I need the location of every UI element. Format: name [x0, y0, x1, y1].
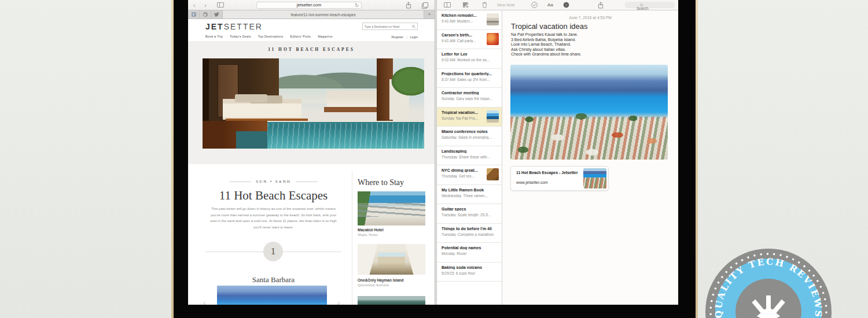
note-row-preview: Na Pali Pro... [456, 116, 478, 120]
folders-icon[interactable] [444, 2, 451, 8]
logo-bold: JET [205, 22, 224, 31]
carousel-next-button[interactable]: › [337, 298, 340, 305]
note-list-item[interactable]: NYC dining great... ThursdayGet res... [437, 165, 502, 185]
jetsetter-logo[interactable]: JETSETTER [205, 22, 263, 31]
hotel-photo-hayman[interactable] [358, 244, 425, 275]
forward-button[interactable]: › [204, 1, 207, 10]
trash-icon[interactable] [482, 2, 487, 8]
notes-search-field[interactable] [625, 2, 675, 8]
note-row-preview: Scale length: 25.5... [458, 213, 491, 217]
note-row-time: Saturday [442, 135, 457, 139]
note-row-title: Potential dog names [442, 246, 498, 250]
note-row-time: Thursday [442, 174, 457, 178]
active-tab[interactable]: feature/11-hot-summer-beach-escapes [223, 10, 424, 19]
santa-barbara-photo [217, 286, 327, 305]
ipad-gold-edge-right [696, 0, 698, 318]
note-row-title: Letter for Lee [442, 52, 498, 56]
note-row-title: Landscaping [442, 149, 498, 153]
tab-facebook[interactable]: f [188, 10, 200, 19]
note-row-time: Sunday [442, 116, 454, 120]
tab-twitter[interactable] [211, 10, 223, 19]
note-row-sub: 9:02 AMWorked on the sa... [442, 58, 498, 62]
pinterest-icon: p [203, 12, 208, 17]
ipad-screen: ‹ › jetsetter.com ↻ f p feature/11-hot- [188, 0, 678, 305]
note-list-item[interactable]: Guitar specs TuesdayScale length: 25.5..… [437, 204, 502, 224]
note-row-preview: Sales in emerging... [458, 135, 491, 139]
note-row-sub: ThursdayShare these with... [442, 155, 498, 159]
sidebar-icon[interactable] [217, 2, 224, 8]
carousel-prev-button[interactable]: ‹ [203, 298, 205, 305]
note-row-sub: 8:37 AMSales up 3% from... [442, 77, 498, 82]
link-attachment-card[interactable]: 11 Hot Beach Escapes - Jetsetter www.jet… [510, 166, 609, 191]
link-card-thumbnail [583, 168, 606, 188]
hero-layer [267, 123, 424, 149]
back-button[interactable]: ‹ [193, 1, 196, 10]
hotel-location: Mugla, Turkey [358, 233, 378, 236]
hero-layer [327, 91, 382, 108]
register-link[interactable]: Register [392, 35, 403, 39]
camera-icon[interactable] [563, 2, 569, 8]
notes-pane: New Note Aa Kitchen remodel... 9: [437, 0, 678, 305]
reload-icon[interactable]: ↻ [355, 2, 359, 9]
nav-item[interactable]: Editors' Picks [290, 35, 311, 38]
address-bar[interactable]: jetsetter.com ↻ [256, 2, 362, 9]
note-list-item[interactable]: Tropical vacation... SundayNa Pali Pro..… [437, 108, 502, 127]
safari-toolbar: ‹ › jetsetter.com ↻ [188, 0, 435, 10]
nav-item[interactable]: Today's Deals [230, 35, 251, 38]
note-row-time: 9:02 AM [442, 58, 455, 62]
note-title[interactable]: Tropical vacation ideas [511, 22, 587, 31]
hero-layer [236, 131, 267, 149]
new-note-button[interactable]: New Note [497, 0, 515, 10]
destination-search[interactable] [362, 23, 418, 30]
note-list-item[interactable]: Carson's birth... 9:41 AMCall party... [437, 30, 502, 50]
note-row-sub: SaturdaySales in emerging... [442, 135, 498, 139]
note-row-thumbnail [487, 13, 499, 25]
note-row-preview: Modern... [457, 19, 473, 23]
share-icon[interactable] [598, 2, 604, 9]
note-row-sub: TuesdayComplete a marathon [442, 232, 498, 236]
note-row-time: 9:41 AM [442, 39, 455, 43]
link-card-url: www.jetsetter.com [516, 180, 548, 184]
note-row-time: Sunday [442, 97, 454, 101]
list-number: 1 [263, 242, 283, 261]
format-button[interactable]: Aa [547, 0, 553, 10]
thumbnails-grid-icon[interactable] [463, 2, 468, 8]
note-list-item[interactable]: Potential dog names MondayRover [437, 243, 502, 262]
nav-item[interactable]: Magazine [318, 35, 332, 38]
destination-title: Santa Barbara [203, 275, 344, 284]
note-row-time: 5/29/15 [442, 271, 454, 275]
destination-search-input[interactable] [365, 23, 411, 29]
hero-layer [235, 94, 267, 102]
safari-pane: ‹ › jetsetter.com ↻ f p feature/11-hot- [188, 0, 435, 305]
note-row-title: Miami conference notes [442, 130, 498, 134]
hero-layer [279, 70, 391, 90]
hotel-photo-cropped[interactable] [358, 296, 425, 305]
note-detail: June 7, 2015 at 4:53 PM Tropical vacatio… [502, 10, 678, 305]
note-list-item[interactable]: Kitchen remodel... 9:41 AMModern... [437, 10, 502, 30]
note-list-item[interactable]: Contractor meeting SundayGary says the i… [437, 88, 502, 108]
tab-pinterest[interactable]: p [200, 10, 211, 19]
note-row-preview: Worked on the sa... [457, 58, 490, 62]
note-list-item[interactable]: My Little Ramen Book WednesdayThree rame… [437, 185, 502, 205]
note-list-item[interactable]: Baking soda volcano 5/29/156 cups flour [437, 262, 502, 282]
new-tab-button[interactable]: + [424, 10, 435, 19]
note-row-preview: Call party... [457, 39, 476, 43]
jetsetter-page: JETSETTER Book a TripToday's DealsTop De… [188, 20, 435, 305]
login-link[interactable]: Login [410, 35, 418, 39]
search-icon [412, 25, 415, 28]
note-row-sub: MondayRover [442, 252, 498, 256]
note-list-item[interactable]: Letter for Lee 9:02 AMWorked on the sa..… [437, 49, 502, 69]
share-icon[interactable] [406, 2, 411, 9]
tabs-icon[interactable] [422, 2, 427, 8]
nav-item[interactable]: Top Destinations [258, 35, 284, 38]
hotel-photo-macakizi[interactable] [358, 191, 425, 225]
hotel-name[interactable]: Macakizi Hotel [358, 228, 384, 232]
note-list-item[interactable]: Projections for quarterly... 8:37 AMSale… [437, 69, 502, 88]
note-list-item[interactable]: Landscaping ThursdayShare these with... [437, 146, 502, 166]
note-list-item[interactable]: Things to do before I'm 40 TuesdayComple… [437, 224, 502, 243]
nav-item[interactable]: Book a Trip [205, 35, 223, 38]
checklist-icon[interactable] [531, 2, 538, 8]
note-body[interactable]: Na Pali Properties Kauai talk to Jane. 3… [511, 32, 582, 57]
hotel-name[interactable]: One&Only Hayman Island [358, 278, 403, 282]
note-list-item[interactable]: Miami conference notes SaturdaySales in … [437, 127, 502, 146]
